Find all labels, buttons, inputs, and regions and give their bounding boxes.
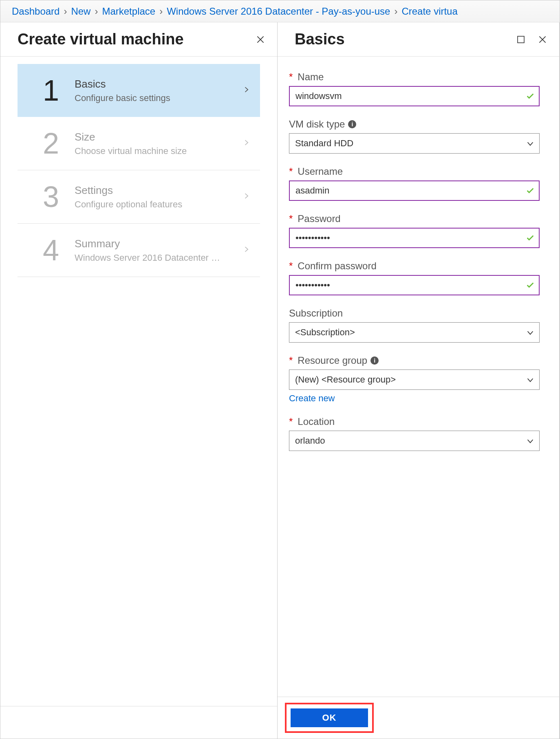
basics-footer: OK (278, 697, 559, 739)
confirm-password-input[interactable] (289, 275, 540, 295)
wizard-title: Create virtual machine (18, 31, 184, 48)
close-icon[interactable] (255, 34, 266, 45)
chevron-right-icon (242, 244, 250, 257)
password-label: *Password (289, 213, 540, 224)
crumb-create[interactable]: Create virtua (401, 6, 457, 17)
password-input[interactable] (289, 228, 540, 248)
chevron-right-icon (242, 190, 250, 204)
location-label: *Location (289, 416, 540, 427)
crumb-product[interactable]: Windows Server 2016 Datacenter - Pay-as-… (167, 6, 390, 17)
svg-rect-0 (518, 36, 524, 43)
basics-title: Basics (295, 31, 345, 48)
chevron-right-icon (242, 84, 250, 97)
basics-pane: Basics *Name (278, 22, 560, 739)
create-new-link[interactable]: Create new (289, 393, 335, 404)
step-subtitle: Choose virtual machine size (75, 146, 231, 156)
chevron-right-icon: › (95, 6, 98, 17)
crumb-marketplace[interactable]: Marketplace (102, 6, 155, 17)
chevron-right-icon: › (394, 6, 397, 17)
info-icon[interactable]: i (370, 356, 379, 365)
ok-button[interactable]: OK (291, 708, 368, 727)
step-title: Settings (75, 184, 231, 197)
wizard-step-settings[interactable]: 3 Settings Configure optional features (18, 170, 260, 224)
info-icon[interactable]: i (348, 120, 356, 128)
step-subtitle: Configure basic settings (75, 93, 231, 103)
subscription-select[interactable]: <Subscription> (289, 322, 540, 343)
disk-type-label: VM disk type i (289, 119, 540, 130)
subscription-label: Subscription (289, 308, 540, 319)
wizard-step-size[interactable]: 2 Size Choose virtual machine size (18, 117, 260, 170)
confirm-password-label: *Confirm password (289, 260, 540, 272)
resource-group-label: *Resource group i (289, 355, 540, 366)
step-title: Size (75, 131, 231, 143)
wizard-footer (0, 706, 277, 739)
crumb-new[interactable]: New (71, 6, 90, 17)
step-subtitle: Configure optional features (75, 199, 231, 210)
step-number: 3 (39, 180, 63, 213)
step-title: Basics (75, 78, 231, 90)
resource-group-select[interactable]: (New) <Resource group> (289, 370, 540, 390)
maximize-icon[interactable] (516, 35, 526, 44)
step-title: Summary (75, 238, 231, 250)
wizard-step-summary[interactable]: 4 Summary Windows Server 2016 Datacenter… (18, 224, 260, 277)
crumb-dashboard[interactable]: Dashboard (12, 6, 60, 17)
step-subtitle: Windows Server 2016 Datacenter … (75, 253, 231, 263)
chevron-right-icon (242, 137, 250, 150)
step-number: 2 (39, 127, 63, 160)
step-number: 4 (39, 233, 63, 267)
name-label: *Name (289, 71, 540, 83)
username-input[interactable] (289, 180, 540, 201)
chevron-right-icon: › (64, 6, 67, 17)
ok-highlight: OK (285, 703, 374, 733)
name-input[interactable] (289, 86, 540, 106)
step-number: 1 (39, 74, 63, 107)
close-icon[interactable] (537, 34, 548, 45)
wizard-step-basics[interactable]: 1 Basics Configure basic settings (18, 64, 260, 117)
chevron-right-icon: › (159, 6, 163, 17)
location-select[interactable]: orlando (289, 431, 540, 451)
wizard-pane: Create virtual machine 1 Basics Configur… (0, 22, 278, 739)
disk-type-select[interactable]: Standard HDD (289, 133, 540, 154)
username-label: *Username (289, 166, 540, 177)
breadcrumb: Dashboard › New › Marketplace › Windows … (0, 0, 560, 22)
